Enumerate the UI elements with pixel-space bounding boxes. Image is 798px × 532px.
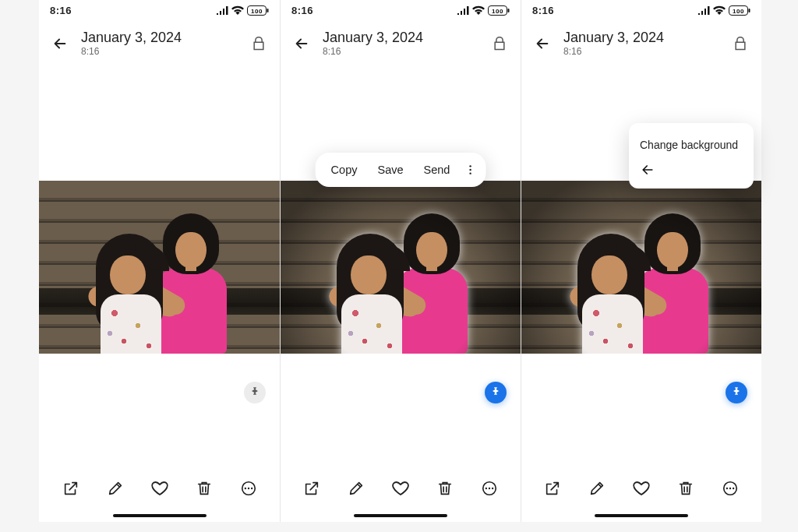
header-time: 8:16 <box>81 47 238 58</box>
back-arrow-icon <box>640 162 655 178</box>
svg-text:100: 100 <box>492 7 503 14</box>
photo-subjects-selected[interactable] <box>323 217 478 354</box>
header: January 3, 2024 8:16 <box>281 20 521 67</box>
svg-point-15 <box>492 488 493 489</box>
status-time: 8:16 <box>532 5 554 16</box>
sheet-change-background-label: Change background <box>640 139 738 151</box>
battery-icon: 100 <box>488 5 510 16</box>
status-right: 100 <box>217 5 269 16</box>
wifi-icon <box>713 5 726 15</box>
status-time: 8:16 <box>50 5 72 16</box>
sheet-change-background[interactable]: Change background <box>640 132 743 157</box>
home-indicator[interactable] <box>113 514 207 517</box>
wifi-icon <box>231 5 244 15</box>
header-date: January 3, 2024 <box>563 30 719 46</box>
lock-button[interactable] <box>489 33 510 54</box>
header-time: 8:16 <box>323 47 478 58</box>
svg-rect-1 <box>267 9 269 12</box>
svg-point-4 <box>247 488 249 489</box>
photo[interactable] <box>521 181 761 354</box>
delete-button[interactable] <box>673 475 699 502</box>
popup-copy[interactable]: Copy <box>322 160 367 179</box>
back-button[interactable] <box>291 33 312 54</box>
favorite-button[interactable] <box>387 475 414 502</box>
photo[interactable] <box>281 181 521 354</box>
more-button[interactable] <box>235 475 262 502</box>
header-title: January 3, 2024 8:16 <box>563 30 719 58</box>
subject-cutout-button[interactable] <box>485 382 507 403</box>
edit-button[interactable] <box>584 475 610 502</box>
popup-send[interactable]: Send <box>415 160 460 179</box>
wifi-icon <box>472 5 485 15</box>
subject-cutout-button[interactable] <box>244 382 266 403</box>
more-button[interactable] <box>717 475 743 502</box>
status-right: 100 <box>698 5 750 16</box>
lock-button[interactable] <box>249 33 269 54</box>
svg-point-9 <box>469 165 471 167</box>
battery-icon: 100 <box>247 5 269 16</box>
svg-point-22 <box>733 488 734 489</box>
favorite-button[interactable] <box>628 475 655 502</box>
header: January 3, 2024 8:16 <box>39 20 280 67</box>
popup-more-icon[interactable] <box>461 160 479 179</box>
girl-front <box>87 238 180 354</box>
svg-point-21 <box>729 488 730 489</box>
photo-subjects-selected[interactable] <box>563 217 719 354</box>
delete-button[interactable] <box>191 475 217 502</box>
signal-icon <box>698 6 710 15</box>
popup-save[interactable]: Save <box>368 160 412 179</box>
share-button[interactable] <box>58 475 84 502</box>
svg-point-20 <box>726 488 727 489</box>
svg-point-10 <box>469 169 471 171</box>
header-time: 8:16 <box>563 47 719 58</box>
status-bar: 8:16 100 <box>39 0 280 20</box>
svg-point-5 <box>250 488 252 489</box>
edit-button[interactable] <box>102 475 129 502</box>
subject-more-sheet: Change background <box>629 123 754 188</box>
status-bar: 8:16 100 <box>281 0 521 20</box>
triptych-stage: 8:16 100 January 3, 2024 8:16 <box>0 0 798 532</box>
phone-screenshot-1: 8:16 100 January 3, 2024 8:16 <box>39 0 280 522</box>
signal-icon <box>217 6 228 15</box>
back-button[interactable] <box>532 33 553 54</box>
signal-icon <box>457 6 469 15</box>
svg-rect-17 <box>749 9 750 12</box>
phone-screenshot-3: 8:16 100 January 3, 2024 8:16 <box>521 0 761 522</box>
svg-text:100: 100 <box>733 7 744 14</box>
header: January 3, 2024 8:16 <box>521 20 761 67</box>
header-date: January 3, 2024 <box>323 30 478 46</box>
battery-icon: 100 <box>729 5 750 16</box>
photo[interactable] <box>39 181 280 354</box>
share-button[interactable] <box>298 475 325 502</box>
status-right: 100 <box>457 5 510 16</box>
phone-screenshot-2: 8:16 100 January 3, 2024 8:16 <box>280 0 521 522</box>
photo-area <box>39 67 280 467</box>
subject-cutout-button[interactable] <box>726 382 747 403</box>
status-bar: 8:16 100 <box>521 0 761 20</box>
svg-rect-7 <box>508 9 510 12</box>
back-button[interactable] <box>50 33 70 54</box>
girl-front <box>568 238 662 354</box>
share-button[interactable] <box>539 475 566 502</box>
svg-point-3 <box>244 488 245 489</box>
favorite-button[interactable] <box>147 475 173 502</box>
header-date: January 3, 2024 <box>81 30 238 46</box>
home-indicator[interactable] <box>354 514 447 517</box>
girl-front <box>327 238 421 354</box>
home-indicator[interactable] <box>595 514 688 517</box>
svg-point-11 <box>469 172 471 174</box>
sheet-back[interactable] <box>640 157 743 182</box>
header-title: January 3, 2024 8:16 <box>81 30 238 58</box>
status-time: 8:16 <box>291 5 313 16</box>
photo-area <box>281 67 521 467</box>
svg-point-14 <box>488 488 489 489</box>
header-title: January 3, 2024 8:16 <box>323 30 478 58</box>
delete-button[interactable] <box>432 475 458 502</box>
subject-action-popup: Copy Save Send <box>316 153 486 187</box>
svg-point-13 <box>485 488 486 489</box>
more-button[interactable] <box>476 475 503 502</box>
battery-level: 100 <box>251 7 263 14</box>
edit-button[interactable] <box>343 475 369 502</box>
lock-button[interactable] <box>730 33 750 54</box>
photo-subjects <box>82 217 238 354</box>
